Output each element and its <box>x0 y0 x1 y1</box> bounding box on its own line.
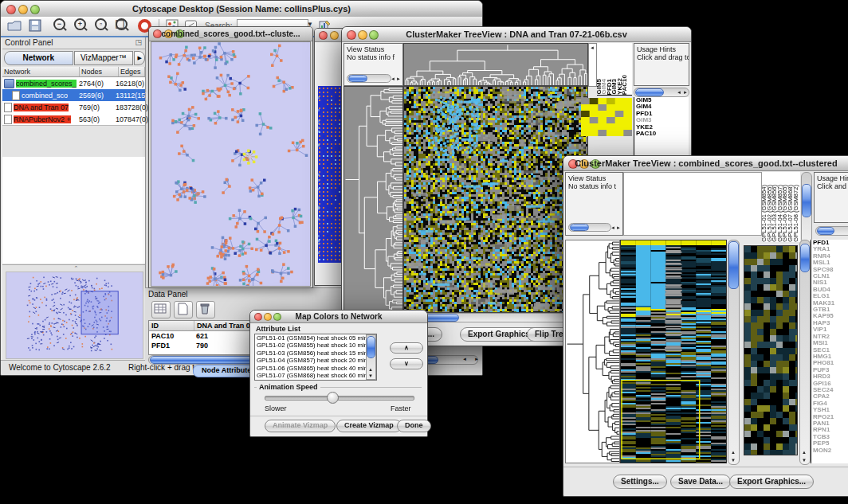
scroll-left-icon[interactable]: ◄ <box>391 76 395 81</box>
main-titlebar[interactable]: Cytoscape Desktop (Session Name: collins… <box>1 1 482 18</box>
move-up-button[interactable]: ∧ <box>390 342 423 354</box>
scroll-right-icon[interactable]: ► <box>474 357 479 361</box>
column-id[interactable]: ID <box>149 321 194 330</box>
column-dendrogram-canvas[interactable] <box>403 43 588 86</box>
heatmap-vscrollbar[interactable]: ▲ ▼ <box>728 240 740 465</box>
attribute-item[interactable]: GPL51-01 (GSM854) heat shock 05 min <box>255 334 367 342</box>
scroll-right-icon[interactable]: ► <box>616 225 621 230</box>
zoom-fit-icon[interactable]: ⃞ <box>116 18 128 30</box>
zoom-in-icon[interactable]: + <box>74 18 86 30</box>
animation-speed-label: Animation Speed <box>257 383 320 391</box>
view-status-scrollbar[interactable] <box>568 223 611 232</box>
float-panel-icon[interactable]: ◳ <box>135 38 142 46</box>
treeview-combined-titlebar[interactable]: ClusterMaker TreeView : combined_scores_… <box>563 156 848 171</box>
row-dendrogram-canvas[interactable] <box>344 86 403 313</box>
gene-label[interactable]: MON2 <box>811 447 848 454</box>
heatmap-canvas[interactable] <box>403 86 588 313</box>
array-column-label[interactable]: GPL51-08 (GSM872) <box>794 185 799 242</box>
slider-thumb[interactable] <box>327 392 339 404</box>
birdseye-canvas[interactable] <box>6 272 143 359</box>
minimize-icon[interactable] <box>330 31 339 40</box>
tab-more-button[interactable]: ▶ <box>134 51 145 65</box>
view-status-title: View Status <box>344 44 402 53</box>
attribute-table-icon[interactable] <box>151 301 171 318</box>
export-graphics-button[interactable]: Export Graphics... <box>729 475 814 489</box>
usage-scrollbar[interactable] <box>815 226 848 236</box>
attribute-item[interactable]: GPL51-07 (GSM868) heat shock 60 min <box>255 372 367 379</box>
view-status-scrollbar[interactable] <box>347 74 391 83</box>
settings-button[interactable]: Settings... <box>613 475 667 489</box>
move-down-button[interactable]: ∨ <box>390 358 423 369</box>
network-canvas[interactable] <box>151 41 311 287</box>
gene-column-label[interactable]: PAC10 <box>622 75 627 95</box>
scroll-left-icon[interactable]: ◄ <box>677 90 681 95</box>
tab-network[interactable]: Network <box>4 51 73 65</box>
heatmap-hscrollbar[interactable] <box>404 313 589 322</box>
collapse-icon[interactable]: ◄ <box>590 45 595 50</box>
animate-vizmap-button[interactable]: Animate Vizmap <box>265 420 336 432</box>
close-icon[interactable] <box>319 31 328 40</box>
scroll-up-icon[interactable]: ▲ <box>731 450 736 455</box>
view-status-pane: View Status No status info t ◄ ► <box>565 172 623 236</box>
network-row[interactable]: DNA and Tran 07 769(0) 183728(0) <box>2 101 145 113</box>
row-value: 621 <box>194 331 210 341</box>
genelist-vscrollbar[interactable]: ▲ ▼ <box>799 240 811 465</box>
network-list-empty-area <box>2 157 145 264</box>
row-id: PAC10 <box>149 331 194 341</box>
panel-resize-handle[interactable]: ⌃ <box>74 265 79 272</box>
zoom-heatmap-canvas[interactable] <box>744 245 798 455</box>
attribute-item[interactable]: GPL51-06 (GSM865) heat shock 40 min <box>255 365 367 372</box>
open-folder-icon[interactable] <box>7 19 22 32</box>
network-row[interactable]: combined_sco 2569(6) 13112(15) <box>2 89 145 101</box>
heatmap-canvas[interactable] <box>620 240 727 463</box>
birdseye-panel: ⌃ <box>2 264 145 361</box>
network-name: combined_sco <box>22 92 68 100</box>
usage-hints-title: Usage Hints <box>634 44 689 53</box>
treeview-dna-titlebar[interactable]: ClusterMaker TreeView : DNA and Tran 07-… <box>342 27 691 42</box>
row-dendrogram-canvas[interactable] <box>565 240 620 463</box>
labels-vscrollbar[interactable] <box>801 172 812 244</box>
save-data-button[interactable]: Save Data... <box>670 475 731 489</box>
network-icon <box>4 79 14 88</box>
scroll-down-icon[interactable]: ▼ <box>368 373 373 378</box>
dialog-titlebar[interactable]: Map Colors to Network <box>250 311 427 323</box>
new-attribute-icon[interactable] <box>174 301 193 318</box>
divider <box>250 416 427 416</box>
scroll-down-icon[interactable]: ▼ <box>802 458 807 463</box>
scroll-left-icon[interactable]: ◄ <box>462 357 467 361</box>
gene-label[interactable]: PAC10 <box>634 131 689 137</box>
array-labels: GPL51-01 (GSM854)GPL51-02 (GSM855)GPL51-… <box>762 172 800 242</box>
network-row[interactable]: RNAPuberNov2 + 563(0) 107847(0) <box>2 113 145 125</box>
attribute-item[interactable]: GPL51-03 (GSM856) heat shock 15 min <box>255 350 367 357</box>
control-panel: Control Panel ◳ Network VizMapper™ ▶ Net… <box>2 37 146 361</box>
scroll-right-icon[interactable]: ► <box>396 76 401 81</box>
zoom-selected-icon[interactable]: ▫ <box>95 18 107 30</box>
attribute-item[interactable]: GPL51-04 (GSM857) heat shock 20 min <box>255 357 367 364</box>
delete-attribute-trash-icon[interactable] <box>196 301 215 318</box>
zoom-out-icon[interactable]: − <box>53 18 65 30</box>
save-icon[interactable] <box>28 19 42 32</box>
view-status-info: No status info t <box>566 182 622 190</box>
network-icon <box>4 115 12 124</box>
network-row[interactable]: combined_scores_ 2764(0) 16218(0) <box>2 77 145 89</box>
matrix-canvas[interactable] <box>318 86 343 263</box>
gene-list: PFD1YRA1RNR4MSL1SPC98CLN1NIS1BUD4ELG1MAK… <box>811 240 848 463</box>
scroll-right-icon[interactable]: ► <box>683 90 688 95</box>
create-vizmap-button[interactable]: Create Vizmap <box>336 420 402 432</box>
zoom-heatmap-canvas[interactable] <box>581 98 632 136</box>
network-icon <box>4 103 12 112</box>
column-tree-area[interactable] <box>623 172 762 236</box>
scroll-up-icon[interactable]: ▲ <box>802 450 807 455</box>
scroll-up-icon[interactable]: ▲ <box>368 367 373 372</box>
network-edges: 13112(15) <box>116 92 147 100</box>
scroll-left-icon[interactable]: ◄ <box>610 225 615 230</box>
network-table-header[interactable]: Network Nodes Edges <box>2 67 145 77</box>
done-button[interactable]: Done <box>397 420 431 432</box>
animation-speed-slider[interactable] <box>265 396 414 400</box>
tab-vizmapper[interactable]: VizMapper™ <box>74 51 134 65</box>
button-bar: Settings... Save Data... Export Graphics… <box>563 467 848 496</box>
attribute-listbox[interactable]: GPL51-01 (GSM854) heat shock 05 minGPL51… <box>254 334 377 381</box>
attribute-item[interactable]: GPL51-02 (GSM855) heat shock 10 min <box>255 342 367 349</box>
scroll-down-icon[interactable]: ▼ <box>731 458 736 463</box>
attribute-list-scrollbar[interactable]: ▲ ▼ <box>366 334 376 380</box>
